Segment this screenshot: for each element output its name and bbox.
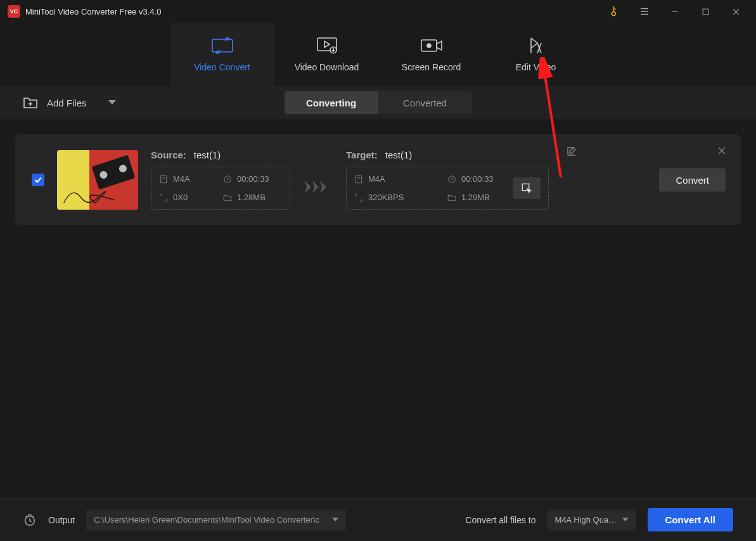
clock-icon <box>223 175 232 184</box>
tab-label: Edit Video <box>516 62 556 72</box>
titlebar: VC MiniTool Video Converter Free v3.4.0 <box>0 0 756 23</box>
filter-tab-converted[interactable]: Converted <box>378 91 472 114</box>
close-button[interactable] <box>723 0 748 23</box>
target-format-select[interactable]: M4A High Quality <box>548 509 636 531</box>
svg-rect-8 <box>212 39 233 52</box>
tab-screen-record[interactable]: Screen Record <box>379 23 484 86</box>
svg-point-14 <box>427 44 431 48</box>
source-spec-box: M4A 00:00:33 0X0 1.28MB <box>151 167 290 210</box>
maximize-button[interactable] <box>693 0 718 23</box>
source-filename: test(1) <box>194 150 221 160</box>
add-files-button[interactable]: Add Files <box>23 96 116 110</box>
svg-marker-13 <box>437 41 442 50</box>
add-folder-icon <box>23 96 38 110</box>
clock-icon <box>447 175 456 184</box>
edit-target-button[interactable] <box>566 146 577 160</box>
tab-video-download[interactable]: Video Download <box>274 23 379 86</box>
source-duration: 00:00:33 <box>223 174 282 184</box>
filter-tab-converting[interactable]: Converting <box>285 91 378 114</box>
target-filename: test(1) <box>385 150 413 160</box>
svg-marker-35 <box>332 518 338 521</box>
svg-marker-36 <box>622 518 629 521</box>
target-settings-button[interactable] <box>513 177 541 199</box>
svg-rect-5 <box>703 9 708 15</box>
file-card: Source: test(1) M4A 00:00:33 0X0 <box>15 134 741 225</box>
minimize-button[interactable] <box>662 0 688 23</box>
content-area: Source: test(1) M4A 00:00:33 0X0 <box>0 119 756 498</box>
app-icon: VC <box>8 5 20 18</box>
target-spec-box: M4A 00:00:33 320KBPS 1.29MB <box>346 167 549 210</box>
file-checkbox[interactable] <box>32 174 44 186</box>
target-format: M4A <box>354 174 442 184</box>
convert-all-files-label: Convert all files to <box>465 515 535 525</box>
tab-edit-video[interactable]: Edit Video <box>484 23 588 86</box>
toolbar: Add Files Converting Converted <box>0 86 756 119</box>
chevron-down-icon <box>332 518 338 522</box>
footer: Output C:\Users\Helen Green\Documents\Mi… <box>0 498 756 541</box>
settings-cursor-icon <box>521 182 532 194</box>
file-icon <box>159 175 168 184</box>
svg-rect-25 <box>356 175 361 183</box>
direction-arrows-icon <box>303 181 333 193</box>
svg-rect-18 <box>160 175 166 183</box>
svg-marker-17 <box>108 100 116 105</box>
timer-icon[interactable] <box>23 513 37 527</box>
menu-icon[interactable] <box>632 0 657 23</box>
source-panel: Source: test(1) M4A 00:00:33 0X0 <box>151 150 290 210</box>
source-resolution: 0X0 <box>159 193 218 202</box>
convert-button[interactable]: Convert <box>659 168 726 191</box>
svg-marker-10 <box>324 41 330 48</box>
tab-video-convert[interactable]: Video Convert <box>170 23 274 86</box>
source-label: Source: <box>151 150 186 160</box>
filter-tabs: Converting Converted <box>285 91 472 114</box>
tab-label: Screen Record <box>402 62 461 72</box>
output-label: Output <box>48 515 75 525</box>
app-title: MiniTool Video Converter Free v3.4.0 <box>25 7 596 16</box>
expand-icon <box>354 193 363 202</box>
chevron-down-icon <box>108 100 116 105</box>
target-label: Target: <box>346 150 378 160</box>
main-tabs: Video Convert Video Download Screen Reco… <box>0 23 756 86</box>
convert-all-button[interactable]: Convert All <box>648 508 733 531</box>
file-thumbnail <box>57 150 138 210</box>
format-value: M4A High Quality <box>555 515 617 525</box>
folder-icon <box>447 193 456 202</box>
upgrade-key-icon[interactable] <box>601 0 627 23</box>
output-path-text: C:\Users\Helen Green\Documents\MiniTool … <box>94 515 327 525</box>
output-path-select[interactable]: C:\Users\Helen Green\Documents\MiniTool … <box>86 509 346 531</box>
expand-icon <box>159 193 168 202</box>
target-panel: Target: test(1) M4A 00:00:33 32 <box>346 150 549 210</box>
chevron-down-icon <box>622 518 629 522</box>
tab-label: Video Download <box>295 62 359 72</box>
svg-marker-24 <box>320 181 326 193</box>
source-size: 1.28MB <box>223 193 282 202</box>
file-icon <box>354 175 363 184</box>
tab-label: Video Convert <box>194 62 250 72</box>
source-format: M4A <box>159 174 218 184</box>
folder-icon <box>223 193 232 202</box>
target-bitrate: 320KBPS <box>354 193 442 202</box>
remove-file-button[interactable] <box>717 146 727 158</box>
add-files-label: Add Files <box>47 98 87 108</box>
svg-point-0 <box>611 11 616 16</box>
